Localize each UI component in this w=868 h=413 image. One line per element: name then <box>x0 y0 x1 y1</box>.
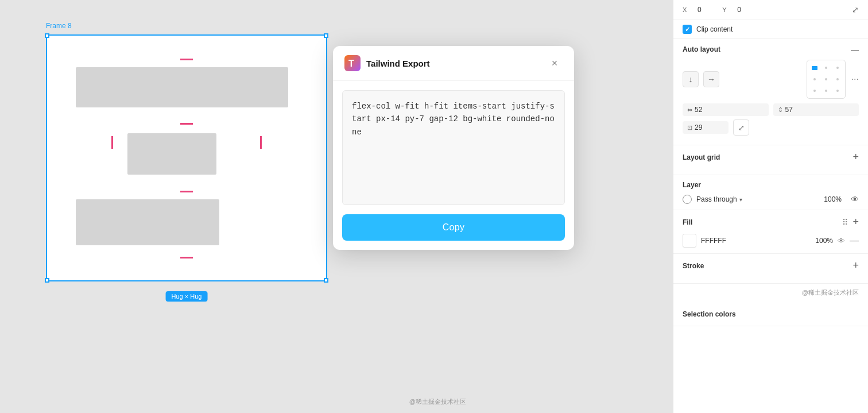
handle-top-right[interactable] <box>324 33 328 38</box>
modal-overlay: T Tailwind Export × flex-col w-fit h-fit… <box>333 46 574 250</box>
align-cell-tr[interactable] <box>832 63 843 73</box>
resize-handle[interactable]: ⤢ <box>733 119 749 136</box>
fill-color-swatch[interactable] <box>683 234 696 248</box>
layer-section: Layer Pass through ▾ 100% 👁 <box>673 175 868 210</box>
clip-content-label: Clip content <box>696 25 733 33</box>
resize-icon: ⤢ <box>738 123 745 132</box>
layout-direction-right[interactable]: → <box>703 71 719 87</box>
top-coords-row: X Y ⤢ <box>673 0 868 20</box>
fill-title: Fill <box>683 218 692 226</box>
frame-label: Frame 8 <box>46 22 72 30</box>
v-spacing-icon: ⇕ <box>778 106 783 114</box>
modal-title-group: T Tailwind Export <box>344 55 430 71</box>
expand-btn[interactable]: ⤢ <box>852 5 859 15</box>
layout-grid-section: Layout grid + <box>673 145 868 175</box>
modal-code-area: flex-col w-fit h-fit items-start justify… <box>342 90 565 205</box>
y-input[interactable] <box>730 6 749 14</box>
vertical-spacing-field[interactable]: ⇕ 57 <box>773 103 859 116</box>
layer-mode-select[interactable]: Pass through ▾ <box>696 195 742 203</box>
spacing-indicator-left <box>111 136 113 149</box>
gap-value: 29 <box>695 123 702 132</box>
auto-layout-title: Auto layout <box>683 45 720 53</box>
more-options-btn[interactable]: ··· <box>851 74 859 84</box>
clip-content-row: ✓ Clip content <box>673 20 868 39</box>
align-cell-br[interactable] <box>832 86 843 96</box>
layer-opacity-value: 100% <box>824 195 842 203</box>
align-cell-mr[interactable] <box>832 74 843 84</box>
x-field: X <box>683 6 708 14</box>
modal-close-button[interactable]: × <box>547 55 563 71</box>
modal-code-text: flex-col w-fit h-fit items-start justify… <box>352 100 555 138</box>
h-spacing-value: 52 <box>695 106 702 114</box>
fill-visibility-icon[interactable]: 👁 <box>838 237 845 245</box>
tailwind-logo: T <box>344 55 361 71</box>
fill-header: Fill ⠿ + <box>683 216 859 228</box>
horizontal-spacing-field[interactable]: ⇔ 52 <box>683 103 769 116</box>
auto-layout-collapse-btn[interactable]: — <box>851 45 859 54</box>
align-cell-tl[interactable] <box>809 63 820 73</box>
align-cell-tc[interactable] <box>821 63 831 73</box>
layout-grid-title: Layout grid <box>683 153 720 161</box>
watermark-text: @稀土掘金技术社区 <box>802 289 859 296</box>
auto-layout-section: Auto layout — ↓ → <box>673 39 868 145</box>
gap-icon: ⊡ <box>687 124 692 132</box>
spacing-indicator-right <box>260 136 262 149</box>
modal-copy-button[interactable]: Copy <box>342 214 565 241</box>
handle-bottom-right[interactable] <box>324 278 328 283</box>
spacing-row-2: ⊡ 29 ⤢ <box>683 119 859 136</box>
handle-top-left[interactable] <box>45 33 49 38</box>
auto-layout-header: Auto layout — <box>683 45 859 54</box>
arrow-down-icon: ↓ <box>689 75 693 84</box>
selection-colors-title: Selection colors <box>683 310 736 318</box>
stroke-add-btn[interactable]: + <box>852 260 859 272</box>
panel-watermark: @稀土掘金技术社区 <box>673 284 868 302</box>
x-icon: X <box>683 6 687 13</box>
fill-hex-value: FFFFFF <box>701 237 811 245</box>
modal-header: T Tailwind Export × <box>333 46 574 81</box>
layout-grid-add-btn[interactable]: + <box>852 151 859 163</box>
h-spacing-icon: ⇔ <box>687 106 692 114</box>
expand-icon: ⤢ <box>852 5 859 14</box>
placeholder-1 <box>76 67 288 107</box>
selection-colors-section: Selection colors <box>673 302 868 326</box>
spacing-indicator-top <box>180 59 193 60</box>
layer-visibility-icon[interactable]: 👁 <box>851 195 859 204</box>
clip-content-checkbox[interactable]: ✓ <box>683 25 692 34</box>
layer-mode-label: Pass through <box>696 195 737 203</box>
right-panel: X Y ⤢ ✓ Clip content Auto layout — ↓ <box>673 0 868 413</box>
checkmark-icon: ✓ <box>685 26 690 33</box>
placeholder-3 <box>76 199 219 245</box>
stroke-header: Stroke + <box>683 260 859 272</box>
fill-add-btn[interactable]: + <box>852 216 859 228</box>
size-badge: Hug × Hug <box>166 291 208 302</box>
align-cell-bl[interactable] <box>809 86 820 96</box>
fill-remove-btn[interactable]: — <box>850 236 859 246</box>
handle-bottom-left[interactable] <box>45 278 49 283</box>
spacing-indicator-mid1 <box>180 123 193 125</box>
align-cell-ml[interactable] <box>809 74 820 84</box>
alignment-grid <box>807 60 846 99</box>
arrow-right-icon: → <box>707 75 715 84</box>
svg-text:T: T <box>348 59 354 68</box>
spacing-indicator-bottom <box>180 257 193 258</box>
tailwind-export-modal: T Tailwind Export × flex-col w-fit h-fit… <box>333 46 574 250</box>
frame-box[interactable] <box>46 34 327 281</box>
y-icon: Y <box>722 6 726 13</box>
frame-container: Frame 8 Hug <box>46 34 327 281</box>
y-field: Y <box>722 6 748 14</box>
align-cell-mc[interactable] <box>821 74 831 84</box>
x-input[interactable] <box>690 6 708 14</box>
align-cell-bc[interactable] <box>821 86 831 96</box>
gap-field[interactable]: ⊡ 29 <box>683 121 728 134</box>
stroke-title: Stroke <box>683 262 704 270</box>
layer-mode-icon <box>683 195 692 204</box>
layout-direction-down[interactable]: ↓ <box>683 71 699 87</box>
fill-grid-icon[interactable]: ⠿ <box>842 218 848 227</box>
fill-row: FFFFFF 100% 👁 — <box>683 234 859 248</box>
watermark: @稀土掘金技术社区 <box>409 397 466 406</box>
layout-controls: ↓ → <box>683 60 859 99</box>
layer-title: Layer <box>683 181 701 189</box>
layout-grid-header: Layout grid + <box>683 151 859 163</box>
fill-section: Fill ⠿ + FFFFFF 100% 👁 — <box>673 210 868 254</box>
spacing-indicator-mid2 <box>180 191 193 192</box>
